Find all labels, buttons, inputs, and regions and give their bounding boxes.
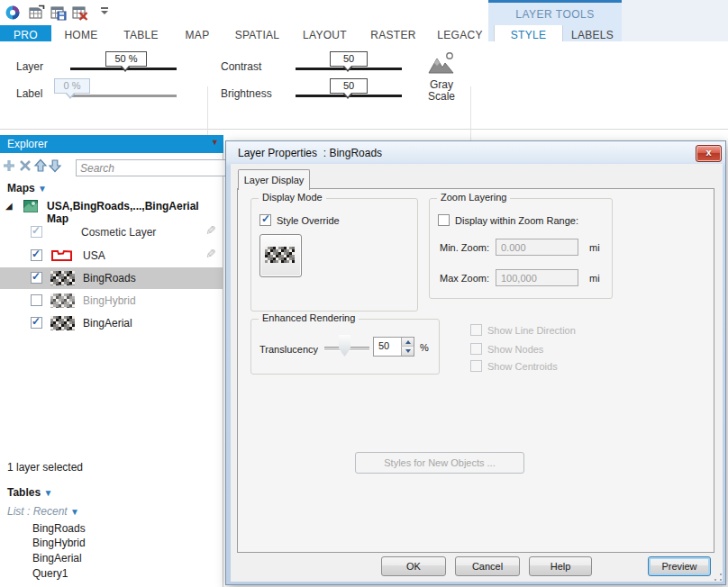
selection-status: 1 layer selected <box>7 461 83 474</box>
resize-grip[interactable] <box>714 573 722 581</box>
raster-style-icon <box>50 271 75 285</box>
spinner-up-icon[interactable] <box>401 338 414 347</box>
explorer-title-bar[interactable]: Explorer ▼ <box>0 135 223 153</box>
close-icon[interactable]: x <box>696 145 722 162</box>
layer-name[interactable]: BingHybrid <box>83 294 136 307</box>
mapinfo-logo <box>5 5 21 21</box>
dialog-title: Layer Properties : BingRoads <box>238 147 382 159</box>
styles-for-new-objects-button: Styles for New Objects ... <box>355 452 524 474</box>
ribbon-body: Layer 50 % Label 0 % Translucency Contra… <box>0 41 728 130</box>
display-within-zoom-label: Display within Zoom Range: <box>455 215 578 226</box>
ribbon-contextual-spacer <box>622 0 728 41</box>
move-down-icon[interactable] <box>48 158 62 173</box>
ok-button[interactable]: OK <box>381 556 446 576</box>
table-item[interactable]: BingRoads <box>32 522 86 535</box>
remove-icon[interactable] <box>18 158 32 173</box>
layer-tools-label: LAYER TOOLS <box>488 8 622 21</box>
polygon-style-icon <box>50 248 73 262</box>
show-centroids-label: Show Centroids <box>487 361 558 372</box>
min-zoom-input[interactable]: 0.000 <box>496 239 578 256</box>
layer-checkbox[interactable] <box>31 294 42 306</box>
map-icon <box>23 200 38 212</box>
brightness-value[interactable]: 50 <box>330 78 368 94</box>
layer-checkbox[interactable]: ✓ <box>31 226 42 238</box>
display-within-zoom-checkbox[interactable] <box>438 214 450 226</box>
display-mode-legend: Display Mode <box>259 192 326 203</box>
add-icon[interactable] <box>2 158 16 173</box>
layer-slider-label: Layer <box>16 60 43 73</box>
tree-expander-icon[interactable]: ◢ <box>5 201 13 211</box>
max-zoom-label: Max Zoom: <box>440 273 489 284</box>
save-table-icon[interactable] <box>50 5 67 21</box>
show-nodes-checkbox <box>470 343 482 355</box>
edit-style-pencil-icon[interactable]: ✎ <box>205 223 216 238</box>
layer-row-binghybrid[interactable]: BingHybrid <box>0 290 223 312</box>
tables-dropdown-icon[interactable]: ▼ <box>43 488 52 498</box>
max-zoom-input[interactable]: 100,000 <box>496 269 578 286</box>
close-table-icon[interactable] <box>72 5 88 21</box>
help-button[interactable]: Help <box>529 556 592 576</box>
gray-scale-label-line2: Scale <box>416 91 467 103</box>
mountain-icon <box>427 51 456 77</box>
show-line-direction-checkbox <box>470 324 482 336</box>
table-item[interactable]: Query1 <box>32 567 68 580</box>
layer-checkbox[interactable]: ✓ <box>31 272 42 284</box>
move-up-icon[interactable] <box>33 158 48 173</box>
translucency-spinner[interactable]: 50 <box>373 337 414 357</box>
label-slider-label: Label <box>16 87 42 100</box>
map-tree-node[interactable]: ◢ USA,BingRoads,...,BingAerial Map <box>5 199 223 215</box>
layer-checkbox[interactable]: ✓ <box>31 317 42 329</box>
show-line-direction-label: Show Line Direction <box>487 325 576 336</box>
layer-slider-thumb[interactable] <box>120 66 131 72</box>
explorer-title: Explorer <box>7 138 48 150</box>
style-sample-button[interactable] <box>259 234 302 277</box>
tab-layer-display[interactable]: Layer Display <box>238 169 310 190</box>
spinner-down-icon[interactable] <box>401 347 414 356</box>
layer-name[interactable]: Cosmetic Layer <box>81 226 156 239</box>
tables-list-mode[interactable]: List : Recent ▼ <box>7 505 79 518</box>
list-mode-dropdown-icon[interactable]: ▼ <box>70 507 79 517</box>
zoom-layering-legend: Zoom Layering <box>437 192 510 203</box>
brightness-slider-thumb[interactable] <box>342 93 353 99</box>
layer-row-cosmetic[interactable]: ✓ Cosmetic Layer ✎ <box>0 221 223 243</box>
min-zoom-unit: mi <box>589 242 600 253</box>
panel-menu-icon[interactable]: ▼ <box>211 138 219 147</box>
label-slider-track <box>70 95 177 97</box>
raster-style-icon <box>50 316 75 330</box>
maps-dropdown-icon[interactable]: ▼ <box>38 184 47 194</box>
gray-scale-button[interactable]: Gray Scale <box>416 50 467 119</box>
show-centroids-checkbox <box>470 360 482 372</box>
table-item[interactable]: BingAerial <box>32 552 82 564</box>
contrast-value[interactable]: 50 <box>330 51 368 67</box>
layer-name[interactable]: BingRoads <box>83 272 136 284</box>
contrast-label: Contrast <box>221 60 261 73</box>
layer-translucency-value[interactable]: 50 % <box>105 51 147 67</box>
layer-checkbox[interactable]: ✓ <box>31 249 42 261</box>
layer-row-bingaerial[interactable]: ✓ BingAerial <box>0 312 223 334</box>
brightness-label: Brightness <box>221 87 272 100</box>
open-table-icon[interactable] <box>29 5 45 21</box>
search-input[interactable] <box>76 159 227 176</box>
raster-style-icon <box>50 294 75 308</box>
layer-row-usa[interactable]: ✓ USA ✎ <box>0 245 223 266</box>
layer-display-tab-page: Display Mode ✓ Style Override Zoom Layer… <box>237 188 714 553</box>
tables-section-header[interactable]: Tables ▼ <box>7 486 52 499</box>
table-item[interactable]: BingHybrid <box>32 537 86 549</box>
preview-button[interactable]: Preview <box>648 556 711 576</box>
application-window: LAYER TOOLS PRO HOME TABLE MAP SPATIAL L… <box>0 0 728 587</box>
style-override-checkbox[interactable]: ✓ <box>259 214 271 226</box>
layer-name[interactable]: BingAerial <box>83 317 132 330</box>
contrast-slider-thumb[interactable] <box>342 66 353 72</box>
label-translucency-value: 0 % <box>54 78 90 94</box>
layer-properties-dialog: Layer Properties : BingRoads x Layer Dis… <box>225 140 726 585</box>
qat-customize-chevron-icon[interactable] <box>101 7 109 16</box>
maps-section-header[interactable]: Maps ▼ <box>7 182 47 194</box>
cancel-button[interactable]: Cancel <box>455 556 520 576</box>
show-nodes-label: Show Nodes <box>487 344 543 355</box>
tab-style[interactable]: STYLE <box>494 25 563 41</box>
layer-name[interactable]: USA <box>83 249 105 262</box>
layer-row-bingroads-selected[interactable]: ✓ BingRoads <box>0 267 223 289</box>
max-zoom-unit: mi <box>589 273 600 284</box>
edit-style-pencil-icon[interactable]: ✎ <box>205 247 216 261</box>
translucency-unit: % <box>420 342 429 353</box>
